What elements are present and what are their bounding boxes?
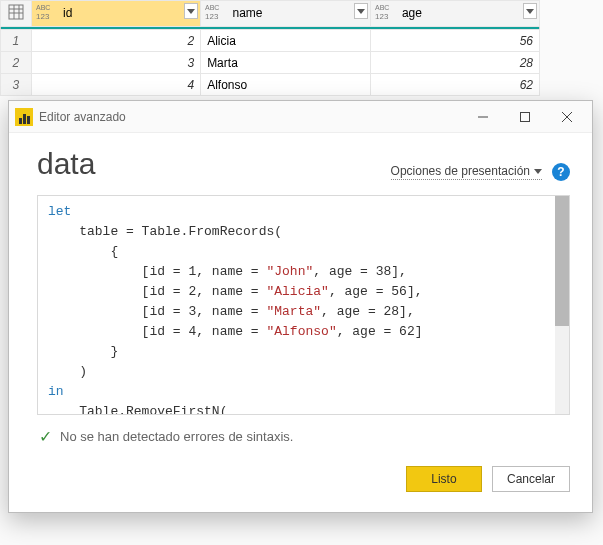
cell-name[interactable]: Alicia xyxy=(201,30,370,52)
table-row[interactable]: 3 4 Alfonso 62 xyxy=(1,74,540,96)
minimize-button[interactable] xyxy=(462,103,504,131)
col-header-name[interactable]: ABC123 name xyxy=(201,1,370,27)
row-number: 2 xyxy=(1,52,32,74)
status-text: No se han detectado errores de sintaxis. xyxy=(60,429,293,444)
svg-text:123: 123 xyxy=(205,12,219,21)
data-table: ABC123 id ABC123 name ABC123 age 1 2 Ali… xyxy=(0,0,540,96)
any-type-icon: ABC123 xyxy=(36,3,58,24)
maximize-button[interactable] xyxy=(504,103,546,131)
svg-rect-12 xyxy=(521,112,530,121)
table-icon xyxy=(8,4,24,20)
cell-age[interactable]: 28 xyxy=(370,52,539,74)
check-icon: ✓ xyxy=(39,427,52,446)
any-type-icon: ABC123 xyxy=(205,3,227,24)
done-button[interactable]: Listo xyxy=(406,466,482,492)
syntax-status: ✓ No se han detectado errores de sintaxi… xyxy=(37,415,570,466)
powerbi-icon xyxy=(15,108,33,126)
cell-age[interactable]: 56 xyxy=(370,30,539,52)
cell-id[interactable]: 4 xyxy=(31,74,200,96)
dialog-title: Editor avanzado xyxy=(39,110,126,124)
cell-id[interactable]: 3 xyxy=(31,52,200,74)
scrollbar-thumb[interactable] xyxy=(555,196,569,326)
filter-dropdown-icon[interactable] xyxy=(354,3,368,19)
svg-text:123: 123 xyxy=(36,12,50,21)
advanced-editor-dialog: Editor avanzado data Opciones de present… xyxy=(8,100,593,513)
svg-text:ABC: ABC xyxy=(36,4,50,11)
presentation-options-dropdown[interactable]: Opciones de presentación xyxy=(391,164,542,180)
cancel-button[interactable]: Cancelar xyxy=(492,466,570,492)
svg-text:123: 123 xyxy=(375,12,389,21)
query-name: data xyxy=(37,147,95,181)
vertical-scrollbar[interactable] xyxy=(555,196,569,414)
help-icon[interactable]: ? xyxy=(552,163,570,181)
filter-dropdown-icon[interactable] xyxy=(523,3,537,19)
col-label: name xyxy=(232,6,262,20)
table-row[interactable]: 2 3 Marta 28 xyxy=(1,52,540,74)
col-header-age[interactable]: ABC123 age xyxy=(370,1,539,27)
code-editor[interactable]: let table = Table.FromRecords( { [id = 1… xyxy=(37,195,570,415)
filter-dropdown-icon[interactable] xyxy=(184,3,198,19)
svg-text:ABC: ABC xyxy=(375,4,389,11)
table-row[interactable]: 1 2 Alicia 56 xyxy=(1,30,540,52)
col-header-id[interactable]: ABC123 id xyxy=(31,1,200,27)
cell-name[interactable]: Alfonso xyxy=(201,74,370,96)
row-number: 1 xyxy=(1,30,32,52)
code-text[interactable]: let table = Table.FromRecords( { [id = 1… xyxy=(38,196,569,414)
table-corner[interactable] xyxy=(1,1,32,27)
svg-rect-0 xyxy=(9,5,23,19)
close-button[interactable] xyxy=(546,103,588,131)
any-type-icon: ABC123 xyxy=(375,3,397,24)
cell-name[interactable]: Marta xyxy=(201,52,370,74)
svg-text:ABC: ABC xyxy=(205,4,219,11)
row-number: 3 xyxy=(1,74,32,96)
col-label: age xyxy=(402,6,422,20)
col-label: id xyxy=(63,6,72,20)
titlebar[interactable]: Editor avanzado xyxy=(9,101,592,133)
cell-age[interactable]: 62 xyxy=(370,74,539,96)
cell-id[interactable]: 2 xyxy=(31,30,200,52)
